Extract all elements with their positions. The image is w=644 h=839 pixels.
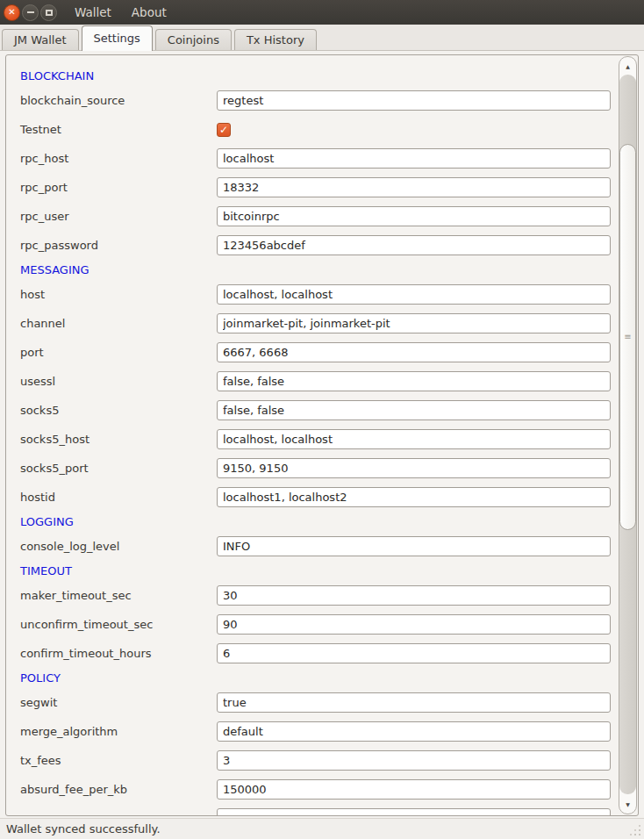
settings-field-row: maker_timeout_sec <box>20 581 617 610</box>
settings-field-row: rpc_user <box>20 202 617 231</box>
settings-field-row <box>20 804 617 816</box>
field-label: Testnet <box>20 123 217 136</box>
field-label: console_log_level <box>20 540 217 553</box>
settings-field-row: rpc_port <box>20 173 617 202</box>
section-header-timeout: TIMEOUT <box>20 561 617 581</box>
tab-page-settings: BLOCKCHAIN blockchain_source Testnet ✓ r… <box>0 51 644 818</box>
field-input[interactable] <box>217 808 611 816</box>
tab-jm-wallet[interactable]: JM Wallet <box>2 29 79 51</box>
tab-tx-history[interactable]: Tx History <box>234 29 317 51</box>
settings-field-row: confirm_timeout_hours <box>20 639 617 668</box>
resize-grip[interactable] <box>639 834 640 835</box>
menu-wallet[interactable]: Wallet <box>72 4 114 21</box>
tab-settings[interactable]: Settings <box>82 25 153 51</box>
settings-field-row: absurd_fee_per_kb <box>20 775 617 804</box>
field-input[interactable] <box>217 750 611 771</box>
section-header-blockchain: BLOCKCHAIN <box>20 66 617 86</box>
settings-checkbox-row: Testnet ✓ <box>20 115 617 144</box>
settings-field-row: host <box>20 280 617 309</box>
field-input[interactable] <box>217 206 611 226</box>
field-input[interactable] <box>217 779 611 800</box>
field-label: rpc_host <box>20 152 217 165</box>
field-input[interactable] <box>217 90 611 111</box>
maximize-icon <box>46 10 53 16</box>
menu-about[interactable]: About <box>129 4 169 21</box>
settings-field-row: socks5_host <box>20 425 617 454</box>
settings-field-row: tx_fees <box>20 746 617 775</box>
settings-field-row: merge_algorithm <box>20 717 617 746</box>
field-input[interactable] <box>217 692 611 713</box>
field-input[interactable] <box>217 371 611 391</box>
settings-field-row: channel <box>20 309 617 338</box>
tab-label: Tx History <box>247 33 304 47</box>
settings-scroll-area: BLOCKCHAIN blockchain_source Testnet ✓ r… <box>5 54 639 816</box>
settings-form: BLOCKCHAIN blockchain_source Testnet ✓ r… <box>6 55 617 816</box>
status-text: Wallet synced successfully. <box>6 822 161 835</box>
field-label: absurd_fee_per_kb <box>20 783 217 796</box>
field-label: rpc_password <box>20 239 217 252</box>
field-input[interactable] <box>217 235 611 255</box>
field-input[interactable] <box>217 177 611 197</box>
settings-field-row: rpc_password <box>20 231 617 260</box>
field-input[interactable] <box>217 400 611 420</box>
settings-field-row: console_log_level <box>20 532 617 561</box>
scrollbar-grip-icon: ≡ <box>624 333 631 341</box>
field-label: port <box>20 346 217 359</box>
settings-field-row: socks5_port <box>20 454 617 483</box>
scroll-up-icon: ▲ <box>626 63 630 69</box>
settings-field-row: usessl <box>20 367 617 396</box>
section-header-logging: LOGGING <box>20 512 617 532</box>
scroll-up-button[interactable]: ▲ <box>619 57 636 75</box>
field-label: segwit <box>20 696 217 709</box>
field-input[interactable] <box>217 614 611 635</box>
tab-coinjoins[interactable]: Coinjoins <box>155 29 232 51</box>
minimize-button[interactable] <box>22 4 39 21</box>
field-label: hostid <box>20 491 217 504</box>
field-label: blockchain_source <box>20 94 217 107</box>
settings-field-row: socks5 <box>20 396 617 425</box>
scroll-down-icon: ▼ <box>626 801 630 807</box>
settings-field-row: unconfirm_timeout_sec <box>20 610 617 639</box>
field-input[interactable] <box>217 458 611 478</box>
field-input[interactable] <box>217 313 611 333</box>
menu-bar: Wallet About <box>72 4 169 21</box>
scroll-down-button[interactable]: ▼ <box>619 794 636 814</box>
field-label: host <box>20 288 217 301</box>
field-input[interactable] <box>217 487 611 507</box>
vertical-scrollbar: ▲ ≡ ▼ <box>619 56 637 814</box>
field-label: usessl <box>20 375 217 388</box>
field-input[interactable] <box>217 284 611 305</box>
title-bar: ✕ Wallet About <box>0 0 644 25</box>
tab-label: Coinjoins <box>168 33 219 47</box>
section-header-policy: POLICY <box>20 668 617 688</box>
field-input[interactable] <box>217 643 611 663</box>
field-label: rpc_port <box>20 181 217 194</box>
maximize-button[interactable] <box>40 4 57 21</box>
tab-label: JM Wallet <box>14 33 67 47</box>
settings-field-row: hostid <box>20 483 617 512</box>
field-input[interactable] <box>217 721 611 742</box>
field-input[interactable] <box>217 148 611 169</box>
field-label: rpc_user <box>20 210 217 223</box>
field-label: confirm_timeout_hours <box>20 647 217 660</box>
testnet-checkbox[interactable]: ✓ <box>217 123 231 137</box>
field-label: tx_fees <box>20 754 217 767</box>
field-input[interactable] <box>217 536 611 556</box>
field-label: merge_algorithm <box>20 725 217 738</box>
settings-field-row: segwit <box>20 688 617 717</box>
field-label: socks5_host <box>20 433 217 446</box>
window-controls: ✕ <box>4 4 57 21</box>
scrollbar-thumb[interactable]: ≡ <box>619 144 636 530</box>
check-icon: ✓ <box>219 124 228 134</box>
field-input[interactable] <box>217 342 611 362</box>
settings-field-row: rpc_host <box>20 144 617 173</box>
field-label: socks5_port <box>20 462 217 475</box>
field-label: maker_timeout_sec <box>20 589 217 602</box>
tab-bar: JM Wallet Settings Coinjoins Tx History <box>0 25 644 51</box>
field-input[interactable] <box>217 585 611 606</box>
field-label: socks5 <box>20 404 217 417</box>
field-input[interactable] <box>217 429 611 449</box>
section-header-messaging: MESSAGING <box>20 260 617 280</box>
close-button[interactable]: ✕ <box>4 4 20 21</box>
field-label: unconfirm_timeout_sec <box>20 618 217 631</box>
